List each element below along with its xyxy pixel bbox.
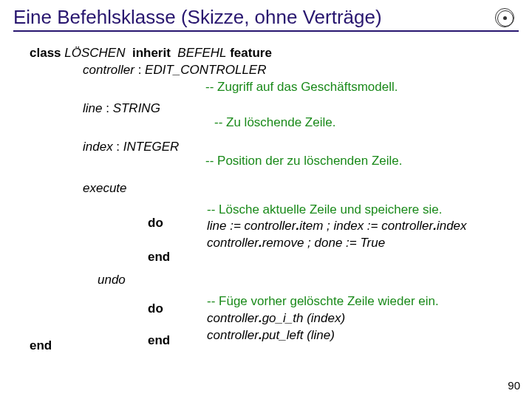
kw-class: class — [30, 46, 61, 60]
kw-end: end — [148, 332, 207, 349]
line-type: STRING — [113, 101, 160, 115]
execute-body-line1: line := controller.item ; index := contr… — [207, 218, 467, 235]
controller-type: EDIT_CONTROLLER — [145, 63, 266, 77]
page-title: Eine Befehlsklasse (Skizze, ohne Verträg… — [13, 6, 495, 29]
class-name: LÖSCHEN — [64, 46, 125, 60]
undo-comment: -- Füge vorher gelöschte Zeile wieder ei… — [207, 293, 439, 310]
colon: : — [134, 63, 145, 77]
kw-feature: feature — [230, 46, 272, 60]
logo-icon — [495, 8, 514, 27]
page-number: 90 — [508, 379, 520, 392]
kw-inherit: inherit — [132, 46, 171, 60]
kw-do: do — [148, 215, 207, 232]
undo-body-line1: controller.go_i_th (index) — [207, 310, 439, 327]
controller-decl: controller : EDIT_CONTROLLER — [30, 62, 510, 79]
kw-end: end — [148, 249, 207, 266]
comment-text: -- Position der zu löschenden Zeile. — [205, 154, 402, 168]
undo-name: undo — [98, 273, 126, 287]
undo-body-line2: controller.put_left (line) — [207, 327, 439, 344]
line-name: line — [83, 101, 102, 115]
controller-name: controller — [83, 63, 134, 77]
execute-decl: execute — [30, 180, 510, 197]
index-type: INTEGER — [123, 140, 180, 154]
kw-do: do — [148, 301, 207, 318]
execute-comment: -- Lösche aktuelle Zeile und speichere s… — [207, 202, 467, 219]
controller-comment: -- Zugriff auf das Geschäftsmodell. — [30, 79, 510, 96]
undo-decl: undo — [30, 272, 510, 289]
colon: : — [102, 101, 112, 115]
comment-text: -- Zugriff auf das Geschäftsmodell. — [205, 80, 398, 94]
colon: : — [113, 140, 123, 154]
code-block: class LÖSCHEN inherit BEFEHL feature con… — [0, 32, 532, 355]
index-name: index — [83, 140, 113, 154]
parent-class: BEFEHL — [177, 46, 226, 60]
class-decl-line: class LÖSCHEN inherit BEFEHL feature — [30, 45, 510, 62]
execute-body-line2: controller.remove ; done := True — [207, 235, 467, 252]
comment-text: -- Zu löschende Zeile. — [214, 115, 335, 129]
execute-name: execute — [83, 181, 127, 195]
